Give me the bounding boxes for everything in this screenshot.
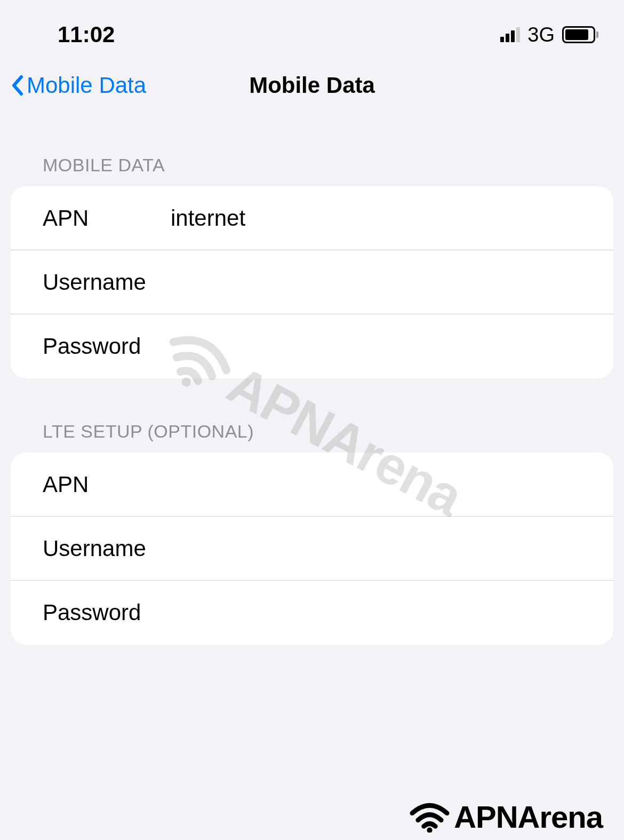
section-body: APN Username Password <box>11 186 613 378</box>
nav-bar: Mobile Data Mobile Data <box>0 59 624 112</box>
network-type: 3G <box>527 23 555 46</box>
apn-input[interactable] <box>171 472 613 497</box>
row-apn[interactable]: APN <box>11 186 613 250</box>
battery-icon <box>562 26 598 43</box>
watermark-text: APNArena <box>454 799 603 835</box>
status-time: 11:02 <box>26 22 115 47</box>
row-label: Password <box>43 600 171 625</box>
watermark-logo: APNArena <box>410 799 603 835</box>
username-input[interactable] <box>171 536 613 561</box>
row-password[interactable]: Password <box>11 581 613 645</box>
signal-icon <box>500 27 520 42</box>
row-label: Password <box>43 334 171 359</box>
back-label: Mobile Data <box>27 73 146 98</box>
wifi-icon <box>410 802 450 833</box>
row-username[interactable]: Username <box>11 517 613 581</box>
back-button[interactable]: Mobile Data <box>11 73 146 98</box>
section-header: LTE SETUP (OPTIONAL) <box>11 421 613 442</box>
password-input[interactable] <box>171 600 613 625</box>
section-lte-setup: LTE SETUP (OPTIONAL) APN Username Passwo… <box>0 421 624 645</box>
svg-point-1 <box>427 827 433 832</box>
password-input[interactable] <box>171 334 613 359</box>
status-bar: 11:02 3G <box>0 0 624 59</box>
row-label: APN <box>43 472 171 497</box>
row-label: Username <box>43 536 171 561</box>
row-label: APN <box>43 205 171 231</box>
row-username[interactable]: Username <box>11 250 613 314</box>
row-apn[interactable]: APN <box>11 453 613 517</box>
username-input[interactable] <box>171 270 613 295</box>
status-indicators: 3G <box>500 23 598 46</box>
row-label: Username <box>43 270 171 295</box>
section-body: APN Username Password <box>11 453 613 645</box>
page-title: Mobile Data <box>249 73 375 98</box>
apn-input[interactable] <box>171 205 613 231</box>
section-mobile-data: MOBILE DATA APN Username Password <box>0 155 624 378</box>
row-password[interactable]: Password <box>11 314 613 378</box>
chevron-left-icon <box>11 75 23 96</box>
section-header: MOBILE DATA <box>11 155 613 176</box>
